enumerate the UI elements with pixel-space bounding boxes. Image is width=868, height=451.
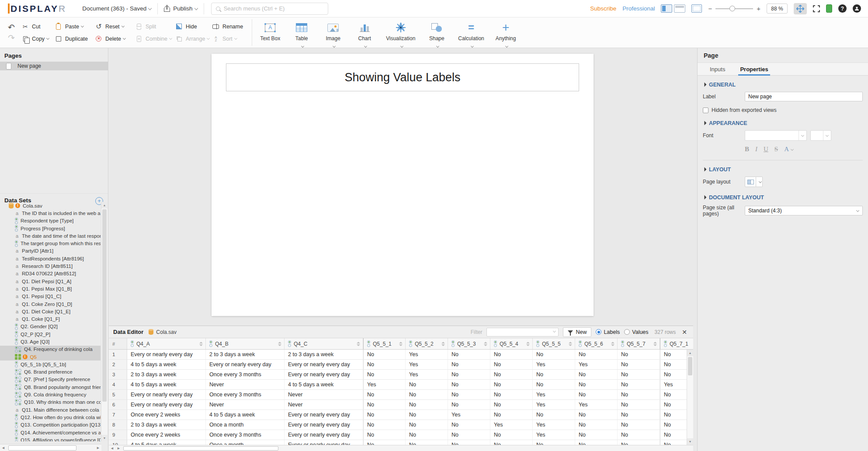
page-label-input[interactable] <box>745 92 863 101</box>
column-header-Q5_5_5[interactable]: Q5_5_5 <box>533 338 575 349</box>
table-cell[interactable]: Yes <box>406 350 448 359</box>
zoom-slider[interactable] <box>715 8 753 9</box>
insert-visualization-button[interactable]: Visualization <box>386 21 415 46</box>
table-cell[interactable]: 4 to 5 days a week <box>206 410 285 420</box>
table-cell[interactable]: No <box>448 390 490 399</box>
title-text-box[interactable]: Showing Value Labels <box>226 63 579 91</box>
labels-radio-option[interactable]: Labels <box>596 329 620 335</box>
table-cell[interactable]: No <box>448 370 490 379</box>
row-number[interactable]: 8 <box>109 420 127 430</box>
table-cell[interactable]: 2 to 3 days a week <box>127 370 206 379</box>
insert-table-button[interactable]: Table <box>292 21 312 46</box>
sidebar-variable-item[interactable]: aQ11. Main difference between cola dr <box>0 406 101 413</box>
plan-link[interactable]: Professional <box>622 5 655 12</box>
table-cell[interactable]: No <box>448 400 490 409</box>
sidebar-variable-item[interactable]: Q3. Age [Q3] <box>0 338 101 345</box>
sidebar-variable-item[interactable]: Q15. Affiliation vs power/influence [Q <box>0 436 101 441</box>
preview-mode-button[interactable] <box>691 4 702 13</box>
column-header-Q5_5_4[interactable]: Q5_5_4 <box>490 338 533 349</box>
zoom-slider-knob[interactable] <box>729 6 735 11</box>
insert-image-button[interactable]: Image <box>323 21 343 46</box>
table-cell[interactable]: Every or nearly every day <box>285 440 363 445</box>
reset-button[interactable]: ↺Reset <box>95 24 135 30</box>
document-menu[interactable]: Document (363) - Saved <box>76 0 157 17</box>
table-cell[interactable]: No <box>490 360 533 369</box>
sort-button[interactable]: AZSort <box>212 36 237 42</box>
table-cell[interactable]: No <box>490 370 533 379</box>
table-cell[interactable]: Yes <box>406 370 448 379</box>
sort-icon[interactable] <box>278 342 282 346</box>
table-cell[interactable]: No <box>575 370 618 379</box>
table-cell[interactable]: Never <box>206 400 285 409</box>
row-number[interactable]: 10 <box>109 440 127 445</box>
table-cell[interactable]: No <box>448 440 490 445</box>
scroll-down-arrow[interactable]: ▼ <box>687 438 693 445</box>
font-size-select[interactable] <box>810 130 831 141</box>
table-cell[interactable]: No <box>490 440 533 445</box>
sort-icon[interactable] <box>526 342 531 346</box>
view-document-only-button[interactable] <box>674 4 685 13</box>
sidebar-variable-item[interactable]: aQ1. Coke [Q1_F] <box>0 315 101 323</box>
view-with-panels-button[interactable] <box>661 4 672 13</box>
table-cell[interactable]: Yes <box>490 420 533 430</box>
table-cell[interactable]: No <box>363 420 406 430</box>
sidebar-variable-item[interactable]: Q13. Competition participation [Q13] <box>0 421 101 429</box>
table-cell[interactable]: No <box>575 410 618 420</box>
paste-button[interactable]: Paste <box>55 24 95 30</box>
rename-button[interactable]: Rename <box>212 24 243 30</box>
sidebar-variable-item[interactable]: Q10. Why drinks more than one cola <box>0 399 101 406</box>
column-header-Q5_5_1[interactable]: Q5_5_1 <box>363 338 406 349</box>
table-cell[interactable]: Every or nearly every day <box>127 350 206 359</box>
insert-chart-button[interactable]: Chart <box>354 21 375 46</box>
table-cell[interactable]: No <box>575 430 618 440</box>
table-cell[interactable]: No <box>618 360 660 369</box>
font-color-button[interactable]: A <box>784 146 793 153</box>
table-cell[interactable]: No <box>448 430 490 440</box>
page-size-select[interactable]: Standard (4:3) <box>745 206 863 215</box>
table-cell[interactable]: Yes <box>533 360 575 369</box>
italic-button[interactable]: I <box>755 146 757 153</box>
row-number[interactable]: 7 <box>109 410 127 420</box>
table-cell[interactable]: No <box>363 400 406 409</box>
table-cell[interactable]: No <box>618 390 660 399</box>
table-cell[interactable]: 2 to 3 days a week <box>285 350 363 359</box>
table-cell[interactable]: No <box>490 390 533 399</box>
column-header-Q5_5_7[interactable]: Q5_5_7 <box>618 338 660 349</box>
redo-button[interactable]: ↷ <box>8 34 15 42</box>
insert-text-box-button[interactable]: A Text Box <box>260 21 280 46</box>
row-number[interactable]: 2 <box>109 360 127 369</box>
section-document-layout[interactable]: DOCUMENT LAYOUT <box>698 188 868 203</box>
table-cell[interactable]: No <box>575 350 618 359</box>
bold-button[interactable]: B <box>745 146 749 153</box>
table-cell[interactable]: No <box>490 350 533 359</box>
table-cell[interactable]: 2 to 3 days a week <box>127 420 206 430</box>
values-radio-option[interactable]: Values <box>624 329 648 335</box>
table-cell[interactable]: Once a month <box>206 420 285 430</box>
sidebar-variable-item[interactable]: Q2. Gender [Q2] <box>0 323 101 330</box>
table-cell[interactable]: No <box>363 390 406 399</box>
split-button[interactable]: Split <box>135 24 176 30</box>
table-cell[interactable]: No <box>363 350 406 359</box>
sidebar-variable-item[interactable]: Q8. Brand popularity amongst friends <box>0 383 101 391</box>
sidebar-variable-item[interactable]: aTestRespondents [Attr8196] <box>0 255 101 262</box>
user-avatar[interactable] <box>853 4 861 13</box>
sidebar-vertical-scrollbar[interactable]: ▲ ▼ <box>101 202 108 441</box>
section-general[interactable]: GENERAL <box>698 76 868 90</box>
table-cell[interactable]: 2 to 3 days a week <box>206 350 285 359</box>
column-header-Q4_A[interactable]: Q4_A <box>127 338 206 349</box>
strikethrough-button[interactable]: S <box>774 146 778 153</box>
sidebar-variable-item[interactable]: aRD34 070622 [Attr8512] <box>0 270 101 278</box>
table-cell[interactable]: No <box>618 370 660 379</box>
row-number[interactable]: 3 <box>109 370 127 379</box>
table-cell[interactable]: No <box>490 380 533 389</box>
table-cell[interactable]: Once a month <box>206 440 285 445</box>
hide-button[interactable]: Hide <box>176 24 212 30</box>
table-cell[interactable]: Once every 3 months <box>206 370 285 379</box>
table-cell[interactable]: 4 to 5 days a week <box>285 380 363 389</box>
scroll-left-arrow[interactable]: ◀ <box>109 445 115 451</box>
fullscreen-button[interactable] <box>813 5 820 12</box>
hidden-from-exports-checkbox[interactable]: Hidden from exported views <box>698 103 868 114</box>
sidebar-variable-item[interactable]: Q5_5_1b [Q5_5_1b] <box>0 361 101 368</box>
table-cell[interactable]: Every or nearly every day <box>285 420 363 430</box>
row-number[interactable]: 9 <box>109 430 127 440</box>
